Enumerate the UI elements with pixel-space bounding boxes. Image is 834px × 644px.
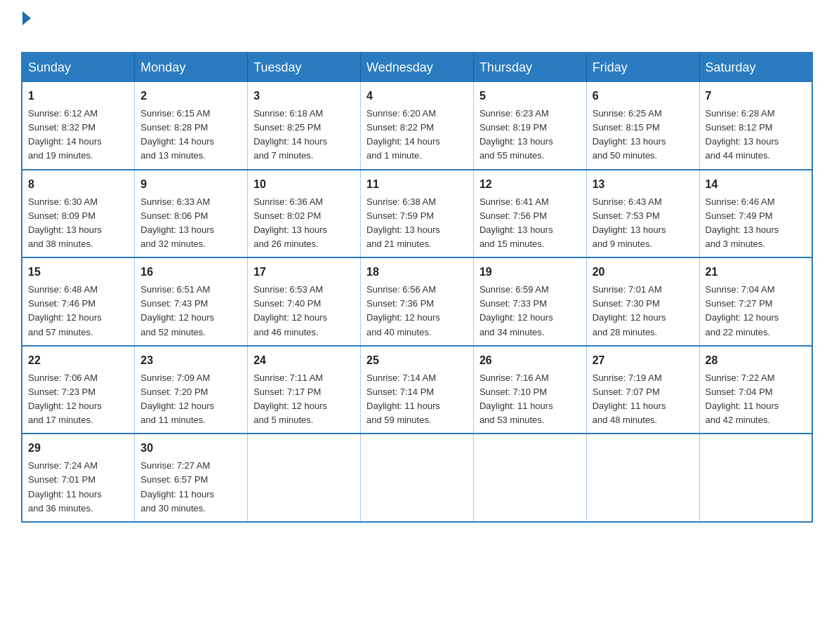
calendar-cell: 12Sunrise: 6:41 AM Sunset: 7:56 PM Dayli… xyxy=(473,170,586,258)
day-number: 29 xyxy=(28,440,128,457)
calendar-cell xyxy=(699,434,812,522)
day-info: Sunrise: 7:16 AM Sunset: 7:10 PM Dayligh… xyxy=(479,371,581,428)
day-info: Sunrise: 6:12 AM Sunset: 8:32 PM Dayligh… xyxy=(28,107,128,163)
day-info: Sunrise: 6:20 AM Sunset: 8:22 PM Dayligh… xyxy=(366,107,468,163)
calendar-cell: 1Sunrise: 6:12 AM Sunset: 8:32 PM Daylig… xyxy=(22,82,135,170)
calendar-cell: 25Sunrise: 7:14 AM Sunset: 7:14 PM Dayli… xyxy=(361,346,474,434)
day-info: Sunrise: 6:51 AM Sunset: 7:43 PM Dayligh… xyxy=(140,283,241,340)
day-number: 11 xyxy=(366,176,468,193)
column-header-friday: Friday xyxy=(586,53,699,82)
day-info: Sunrise: 6:23 AM Sunset: 8:19 PM Dayligh… xyxy=(479,107,581,163)
column-header-sunday: Sunday xyxy=(22,53,135,82)
calendar-cell: 17Sunrise: 6:53 AM Sunset: 7:40 PM Dayli… xyxy=(248,257,361,346)
calendar-week-row: 22Sunrise: 7:06 AM Sunset: 7:23 PM Dayli… xyxy=(22,346,812,434)
calendar-cell xyxy=(361,434,474,522)
day-info: Sunrise: 6:36 AM Sunset: 8:02 PM Dayligh… xyxy=(253,195,355,252)
calendar-header-row: SundayMondayTuesdayWednesdayThursdayFrid… xyxy=(22,53,812,82)
calendar-cell: 22Sunrise: 7:06 AM Sunset: 7:23 PM Dayli… xyxy=(22,346,135,434)
calendar-table: SundayMondayTuesdayWednesdayThursdayFrid… xyxy=(21,52,813,523)
day-number: 18 xyxy=(366,264,468,281)
calendar-cell: 6Sunrise: 6:25 AM Sunset: 8:15 PM Daylig… xyxy=(586,82,699,170)
day-number: 26 xyxy=(479,352,581,369)
day-number: 5 xyxy=(479,88,581,105)
calendar-cell: 4Sunrise: 6:20 AM Sunset: 8:22 PM Daylig… xyxy=(361,82,474,170)
calendar-cell: 7Sunrise: 6:28 AM Sunset: 8:12 PM Daylig… xyxy=(699,82,812,170)
calendar-cell: 14Sunrise: 6:46 AM Sunset: 7:49 PM Dayli… xyxy=(699,170,812,258)
day-number: 12 xyxy=(479,176,581,193)
calendar-cell: 29Sunrise: 7:24 AM Sunset: 7:01 PM Dayli… xyxy=(22,434,135,522)
day-info: Sunrise: 6:41 AM Sunset: 7:56 PM Dayligh… xyxy=(479,195,581,252)
calendar-cell: 8Sunrise: 6:30 AM Sunset: 8:09 PM Daylig… xyxy=(22,170,135,258)
logo-text xyxy=(21,14,31,25)
calendar-cell: 21Sunrise: 7:04 AM Sunset: 7:27 PM Dayli… xyxy=(699,257,812,346)
column-header-thursday: Thursday xyxy=(473,53,586,82)
day-info: Sunrise: 7:11 AM Sunset: 7:17 PM Dayligh… xyxy=(253,371,355,428)
day-info: Sunrise: 7:06 AM Sunset: 7:23 PM Dayligh… xyxy=(28,371,128,428)
calendar-cell: 10Sunrise: 6:36 AM Sunset: 8:02 PM Dayli… xyxy=(248,170,361,258)
day-info: Sunrise: 7:01 AM Sunset: 7:30 PM Dayligh… xyxy=(593,283,694,340)
calendar-cell: 16Sunrise: 6:51 AM Sunset: 7:43 PM Dayli… xyxy=(135,257,248,346)
day-info: Sunrise: 6:38 AM Sunset: 7:59 PM Dayligh… xyxy=(366,195,468,252)
day-info: Sunrise: 7:09 AM Sunset: 7:20 PM Dayligh… xyxy=(140,371,241,428)
day-number: 25 xyxy=(366,352,468,369)
calendar-week-row: 8Sunrise: 6:30 AM Sunset: 8:09 PM Daylig… xyxy=(22,170,812,258)
calendar-cell: 3Sunrise: 6:18 AM Sunset: 8:25 PM Daylig… xyxy=(248,82,361,170)
calendar-cell: 20Sunrise: 7:01 AM Sunset: 7:30 PM Dayli… xyxy=(586,257,699,346)
day-number: 24 xyxy=(253,352,355,369)
day-number: 20 xyxy=(593,264,694,281)
logo-triangle-icon xyxy=(22,11,31,25)
page-header xyxy=(21,14,813,39)
day-number: 2 xyxy=(140,88,241,105)
day-number: 6 xyxy=(593,88,694,105)
calendar-cell: 27Sunrise: 7:19 AM Sunset: 7:07 PM Dayli… xyxy=(586,346,699,434)
calendar-cell xyxy=(586,434,699,522)
day-number: 4 xyxy=(366,88,468,105)
logo xyxy=(21,14,31,39)
column-header-wednesday: Wednesday xyxy=(361,53,474,82)
calendar-cell: 26Sunrise: 7:16 AM Sunset: 7:10 PM Dayli… xyxy=(473,346,586,434)
day-number: 7 xyxy=(706,88,806,105)
calendar-cell: 19Sunrise: 6:59 AM Sunset: 7:33 PM Dayli… xyxy=(473,257,586,346)
calendar-week-row: 29Sunrise: 7:24 AM Sunset: 7:01 PM Dayli… xyxy=(22,434,812,522)
day-number: 13 xyxy=(593,176,694,193)
day-number: 17 xyxy=(253,264,355,281)
day-number: 3 xyxy=(253,88,355,105)
day-number: 27 xyxy=(593,352,694,369)
day-info: Sunrise: 6:33 AM Sunset: 8:06 PM Dayligh… xyxy=(140,195,241,252)
calendar-cell: 9Sunrise: 6:33 AM Sunset: 8:06 PM Daylig… xyxy=(135,170,248,258)
calendar-cell: 23Sunrise: 7:09 AM Sunset: 7:20 PM Dayli… xyxy=(135,346,248,434)
day-info: Sunrise: 6:59 AM Sunset: 7:33 PM Dayligh… xyxy=(479,283,581,340)
day-number: 15 xyxy=(28,264,128,281)
calendar-cell: 13Sunrise: 6:43 AM Sunset: 7:53 PM Dayli… xyxy=(586,170,699,258)
day-info: Sunrise: 7:22 AM Sunset: 7:04 PM Dayligh… xyxy=(706,371,806,428)
day-info: Sunrise: 7:14 AM Sunset: 7:14 PM Dayligh… xyxy=(366,371,468,428)
day-number: 8 xyxy=(28,176,128,193)
day-info: Sunrise: 6:46 AM Sunset: 7:49 PM Dayligh… xyxy=(706,195,806,252)
day-number: 21 xyxy=(706,264,806,281)
day-info: Sunrise: 7:24 AM Sunset: 7:01 PM Dayligh… xyxy=(28,459,128,516)
day-number: 1 xyxy=(28,88,128,105)
calendar-cell: 2Sunrise: 6:15 AM Sunset: 8:28 PM Daylig… xyxy=(135,82,248,170)
calendar-cell: 11Sunrise: 6:38 AM Sunset: 7:59 PM Dayli… xyxy=(361,170,474,258)
day-number: 30 xyxy=(140,440,241,457)
day-info: Sunrise: 6:56 AM Sunset: 7:36 PM Dayligh… xyxy=(366,283,468,340)
column-header-monday: Monday xyxy=(135,53,248,82)
calendar-cell xyxy=(248,434,361,522)
calendar-cell xyxy=(473,434,586,522)
day-info: Sunrise: 6:53 AM Sunset: 7:40 PM Dayligh… xyxy=(253,283,355,340)
day-info: Sunrise: 6:18 AM Sunset: 8:25 PM Dayligh… xyxy=(253,107,355,163)
column-header-tuesday: Tuesday xyxy=(248,53,361,82)
day-number: 14 xyxy=(706,176,806,193)
day-number: 19 xyxy=(479,264,581,281)
day-number: 22 xyxy=(28,352,128,369)
day-info: Sunrise: 6:28 AM Sunset: 8:12 PM Dayligh… xyxy=(706,107,806,163)
calendar-cell: 5Sunrise: 6:23 AM Sunset: 8:19 PM Daylig… xyxy=(473,82,586,170)
calendar-cell: 15Sunrise: 6:48 AM Sunset: 7:46 PM Dayli… xyxy=(22,257,135,346)
day-number: 28 xyxy=(706,352,806,369)
day-info: Sunrise: 6:43 AM Sunset: 7:53 PM Dayligh… xyxy=(593,195,694,252)
calendar-week-row: 1Sunrise: 6:12 AM Sunset: 8:32 PM Daylig… xyxy=(22,82,812,170)
calendar-cell: 28Sunrise: 7:22 AM Sunset: 7:04 PM Dayli… xyxy=(699,346,812,434)
day-info: Sunrise: 7:04 AM Sunset: 7:27 PM Dayligh… xyxy=(706,283,806,340)
calendar-cell: 24Sunrise: 7:11 AM Sunset: 7:17 PM Dayli… xyxy=(248,346,361,434)
calendar-week-row: 15Sunrise: 6:48 AM Sunset: 7:46 PM Dayli… xyxy=(22,257,812,346)
